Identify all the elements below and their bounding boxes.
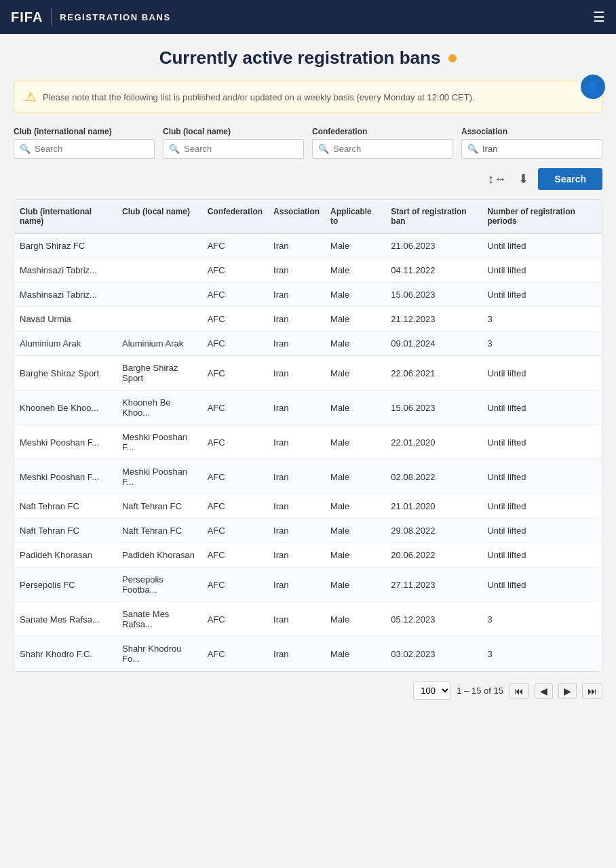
table-row[interactable]: Khooneh Be Khoo...Khooneh Be Khoo...AFCI… (14, 391, 602, 425)
col-header-confederation: Confederation (202, 200, 268, 233)
table-cell-6: Until lifted (482, 283, 602, 307)
table-cell-6: Until lifted (482, 233, 602, 258)
table-cell-3: Iran (268, 258, 325, 283)
page-title: Currently active registration bans (159, 47, 441, 68)
table-row[interactable]: Bargh Shiraz FCAFCIranMale21.06.2023Unti… (14, 233, 602, 258)
table-row[interactable]: Shahr Khodro F.C.Shahr Khodrou Fo...AFCI… (14, 637, 602, 671)
table-cell-4: Male (325, 519, 385, 543)
results-table: Club (international name) Club (local na… (14, 200, 602, 671)
table-cell-2: AFC (202, 494, 268, 519)
search-button[interactable]: Search (538, 168, 602, 190)
table-cell-2: AFC (202, 233, 268, 258)
table-cell-1: Persepolis Footba... (117, 568, 202, 602)
table-cell-3: Iran (268, 543, 325, 568)
pagination-row: 100 50 25 1 – 15 of 15 ⏮ ◀ ▶ ⏭ (14, 682, 602, 713)
page-info: 1 – 15 of 15 (457, 686, 503, 696)
table-cell-5: 21.06.2023 (385, 233, 482, 258)
table-cell-0: Aluminium Arak (14, 332, 117, 356)
table-cell-6: Until lifted (482, 356, 602, 391)
table-cell-5: 20.06.2022 (385, 543, 482, 568)
table-cell-6: 3 (482, 332, 602, 356)
download-button[interactable]: ⬇ (516, 169, 531, 189)
table-cell-4: Male (325, 233, 385, 258)
live-dot (448, 54, 457, 62)
table-cell-4: Male (325, 356, 385, 391)
table-cell-1: Barghe Shiraz Sport (117, 356, 202, 391)
table-cell-6: Until lifted (482, 258, 602, 283)
table-row[interactable]: Meshki Pooshan F...Meshki Pooshan F...AF… (14, 425, 602, 460)
table-cell-1: Aluminium Arak (117, 332, 202, 356)
table-cell-2: AFC (202, 460, 268, 494)
table-header-row: Club (international name) Club (local na… (14, 200, 602, 233)
results-table-wrap: Club (international name) Club (local na… (14, 199, 602, 672)
table-row[interactable]: Mashinsazi Tabriz...AFCIranMale15.06.202… (14, 283, 602, 307)
col-header-club-local: Club (local name) (117, 200, 202, 233)
club-local-input-wrap: 🔍 (163, 139, 304, 159)
last-page-button[interactable]: ⏭ (582, 683, 602, 699)
club-local-input[interactable] (184, 144, 298, 154)
table-cell-6: Until lifted (482, 425, 602, 460)
table-cell-3: Iran (268, 602, 325, 637)
table-row[interactable]: Navad UrmiaAFCIranMale21.12.20233 (14, 307, 602, 332)
table-cell-1: Naft Tehran FC (117, 494, 202, 519)
table-cell-5: 03.02.2023 (385, 637, 482, 671)
table-row[interactable]: Persepolis FCPersepolis Footba...AFCIran… (14, 568, 602, 602)
table-cell-1 (117, 258, 202, 283)
table-row[interactable]: Meshki Pooshan F...Meshki Pooshan F...AF… (14, 460, 602, 494)
table-cell-0: Khooneh Be Khoo... (14, 391, 117, 425)
table-cell-2: AFC (202, 307, 268, 332)
table-cell-4: Male (325, 637, 385, 671)
table-cell-1: Shahr Khodrou Fo... (117, 637, 202, 671)
table-cell-6: Until lifted (482, 391, 602, 425)
table-row[interactable]: Naft Tehran FCNaft Tehran FCAFCIranMale2… (14, 494, 602, 519)
filter-group-confederation: Confederation 🔍 (312, 127, 453, 159)
first-page-button[interactable]: ⏮ (509, 683, 529, 699)
hamburger-icon[interactable]: ☰ (593, 9, 605, 25)
header: FIFA REGISTRATION BANS ☰ (0, 0, 616, 34)
avatar[interactable]: 👤 (581, 75, 605, 99)
association-input[interactable] (482, 144, 596, 154)
table-cell-5: 05.12.2023 (385, 602, 482, 637)
table-cell-6: 3 (482, 602, 602, 637)
table-row[interactable]: Sanate Mes Rafsa...Sanate Mes Rafsa...AF… (14, 602, 602, 637)
next-page-button[interactable]: ▶ (558, 683, 577, 699)
main-content: Currently active registration bans ⚠ Ple… (0, 34, 616, 727)
col-header-association: Association (268, 200, 325, 233)
prev-page-button[interactable]: ◀ (535, 683, 553, 699)
table-row[interactable]: Barghe Shiraz SportBarghe Shiraz SportAF… (14, 356, 602, 391)
table-cell-0: Navad Urmia (14, 307, 117, 332)
table-cell-6: Until lifted (482, 519, 602, 543)
table-cell-4: Male (325, 543, 385, 568)
association-input-wrap: 🔍 (461, 139, 602, 159)
table-row[interactable]: Mashinsazi Tabriz...AFCIranMale04.11.202… (14, 258, 602, 283)
table-cell-0: Bargh Shiraz FC (14, 233, 117, 258)
club-local-label: Club (local name) (163, 127, 304, 136)
table-cell-5: 21.01.2020 (385, 494, 482, 519)
filter-columns-button[interactable]: ↕↔ (485, 170, 509, 189)
warning-icon: ⚠ (25, 90, 36, 104)
table-cell-5: 27.11.2023 (385, 568, 482, 602)
header-divider (51, 7, 52, 26)
table-body: Bargh Shiraz FCAFCIranMale21.06.2023Unti… (14, 233, 602, 671)
club-international-search-icon: 🔍 (20, 144, 31, 154)
col-header-applicable: Applicable to (325, 200, 385, 233)
table-cell-2: AFC (202, 332, 268, 356)
table-cell-3: Iran (268, 391, 325, 425)
table-cell-4: Male (325, 391, 385, 425)
table-cell-4: Male (325, 332, 385, 356)
table-row[interactable]: Aluminium ArakAluminium ArakAFCIranMale0… (14, 332, 602, 356)
col-header-start-date: Start of registration ban (385, 200, 482, 233)
col-header-num-periods: Number of registration periods (482, 200, 602, 233)
table-cell-0: Padideh Khorasan (14, 543, 117, 568)
table-cell-1: Meshki Pooshan F... (117, 460, 202, 494)
confederation-input[interactable] (333, 144, 447, 154)
table-row[interactable]: Naft Tehran FCNaft Tehran FCAFCIranMale2… (14, 519, 602, 543)
avatar-icon: 👤 (586, 81, 600, 94)
table-cell-4: Male (325, 494, 385, 519)
club-international-input[interactable] (35, 144, 149, 154)
page-size-select[interactable]: 100 50 25 (413, 682, 451, 700)
table-row[interactable]: Padideh KhorasanPadideh KhorasanAFCIranM… (14, 543, 602, 568)
table-cell-4: Male (325, 568, 385, 602)
filter-group-association: Association 🔍 (461, 127, 602, 159)
table-cell-0: Mashinsazi Tabriz... (14, 258, 117, 283)
